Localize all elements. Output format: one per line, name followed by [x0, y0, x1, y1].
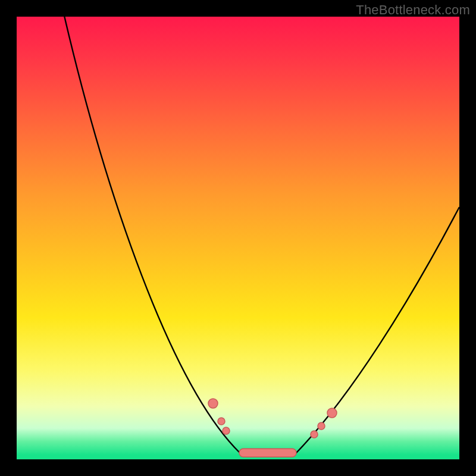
- plot-area: [17, 17, 459, 459]
- marker-dot: [208, 399, 218, 408]
- marker-dot: [218, 418, 225, 425]
- marker-pill: [239, 449, 296, 457]
- marker-dot: [223, 427, 230, 434]
- marker-dot: [311, 431, 318, 438]
- marker-group: [208, 399, 337, 457]
- frame: TheBottleneck.com: [0, 0, 476, 476]
- marker-dot: [327, 408, 337, 418]
- marker-layer: [17, 17, 459, 459]
- watermark-text: TheBottleneck.com: [356, 2, 470, 18]
- marker-dot: [318, 422, 325, 430]
